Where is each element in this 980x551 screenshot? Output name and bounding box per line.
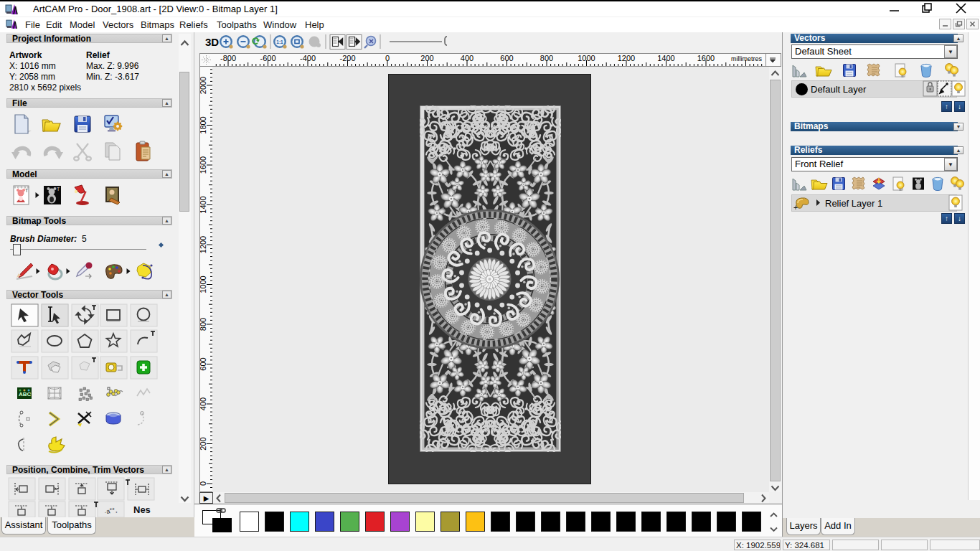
svg-text:-400: -400 — [300, 54, 316, 62]
svg-text:1200: 1200 — [618, 54, 635, 62]
svg-text:200: 200 — [200, 437, 207, 450]
svg-text:1600: 1600 — [200, 156, 207, 174]
svg-text:1200: 1200 — [200, 236, 207, 253]
svg-text:T: T — [25, 188, 29, 193]
svg-text:600: 600 — [500, 54, 513, 62]
svg-text:800: 800 — [540, 54, 553, 62]
svg-text:+: + — [793, 204, 798, 212]
svg-text:2000: 2000 — [200, 77, 207, 94]
svg-text:·a°*¸: ·a°*¸ — [103, 506, 118, 516]
svg-text:0: 0 — [385, 54, 390, 62]
svg-text:millimetres: millimetres — [731, 55, 763, 62]
svg-text:1400: 1400 — [200, 196, 207, 213]
svg-text:-200: -200 — [339, 54, 355, 62]
svg-text:T: T — [57, 187, 60, 192]
svg-text:0: 0 — [200, 481, 207, 486]
svg-text:1:1: 1:1 — [276, 39, 283, 44]
svg-text:1400: 1400 — [657, 54, 674, 62]
svg-text:200: 200 — [420, 54, 433, 62]
svg-text:1600: 1600 — [697, 54, 715, 62]
svg-text:3D: 3D — [205, 36, 219, 48]
svg-text:400: 400 — [461, 54, 473, 62]
svg-text:ABC: ABC — [19, 391, 32, 397]
svg-text:1800: 1800 — [200, 116, 207, 133]
svg-text:400: 400 — [200, 397, 207, 410]
svg-text:-600: -600 — [260, 54, 275, 62]
svg-text:800: 800 — [200, 318, 207, 331]
svg-text:Nes: Nes — [133, 504, 151, 515]
svg-text:-800: -800 — [220, 54, 236, 62]
svg-text:1000: 1000 — [200, 276, 207, 293]
svg-text:600: 600 — [200, 357, 207, 370]
svg-text:1000: 1000 — [578, 54, 595, 62]
